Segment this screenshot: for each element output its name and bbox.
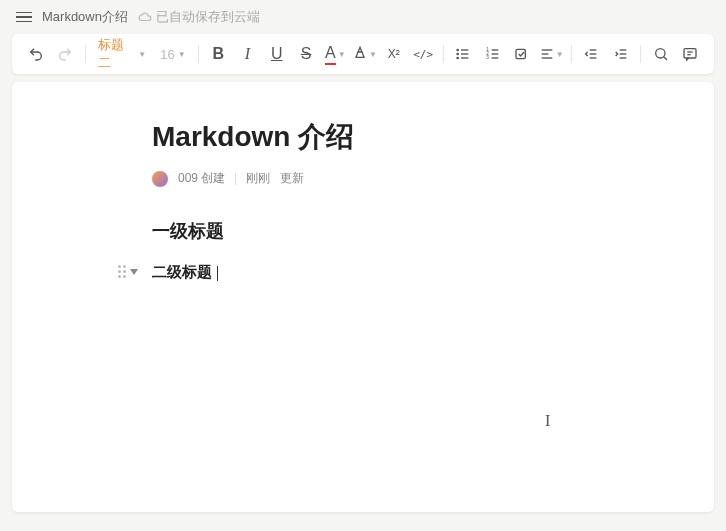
bulletlist-button[interactable] <box>450 40 477 68</box>
updated-label: 更新 <box>280 170 304 187</box>
avatar <box>152 171 168 187</box>
svg-point-5 <box>457 57 458 58</box>
updated-time: 刚刚 <box>246 170 270 187</box>
svg-point-4 <box>457 53 458 54</box>
separator <box>571 45 572 63</box>
search-button[interactable] <box>647 40 674 68</box>
undo-button[interactable] <box>22 40 49 68</box>
document-meta: 009 创建 刚刚 更新 <box>152 170 672 187</box>
page-title[interactable]: Markdown 介绍 <box>152 118 672 156</box>
svg-rect-12 <box>516 49 525 58</box>
strike-button[interactable]: S <box>292 40 319 68</box>
underline-button[interactable]: U <box>263 40 290 68</box>
editor-content[interactable]: Markdown 介绍 009 创建 刚刚 更新 一级标题 二级标题 <box>152 118 672 282</box>
svg-text:3: 3 <box>486 55 489 60</box>
drag-handle-icon[interactable] <box>118 265 126 278</box>
code-button[interactable]: </> <box>410 40 437 68</box>
separator <box>640 45 641 63</box>
separator <box>443 45 444 63</box>
comment-button[interactable] <box>677 40 704 68</box>
textcolor-button[interactable]: A▼ <box>322 40 349 68</box>
save-status: 已自动保存到云端 <box>138 8 260 26</box>
document-title-breadcrumb: Markdown介绍 <box>42 8 128 26</box>
redo-button[interactable] <box>51 40 78 68</box>
toolbar: 标题二▼ 16▼ B I U S A▼ ▼ X² </> 123 ▼ <box>12 34 714 74</box>
block-gutter[interactable] <box>118 265 138 278</box>
heading-2-block[interactable]: 二级标题 <box>152 263 218 282</box>
author-text: 009 创建 <box>178 170 225 187</box>
checklist-button[interactable] <box>508 40 535 68</box>
meta-divider <box>235 173 236 185</box>
indent-button[interactable] <box>607 40 634 68</box>
separator <box>198 45 199 63</box>
bold-button[interactable]: B <box>205 40 232 68</box>
fontsize-dropdown[interactable]: 16▼ <box>154 40 191 68</box>
svg-point-22 <box>656 49 665 58</box>
svg-point-3 <box>457 49 458 50</box>
menu-icon[interactable] <box>16 12 32 23</box>
cloud-icon <box>138 10 152 24</box>
collapse-icon[interactable] <box>130 269 138 275</box>
superscript-button[interactable]: X² <box>380 40 407 68</box>
numberlist-button[interactable]: 123 <box>479 40 506 68</box>
heading-1-block[interactable]: 一级标题 <box>152 219 672 243</box>
topbar: Markdown介绍 已自动保存到云端 <box>0 0 726 34</box>
italic-button[interactable]: I <box>234 40 261 68</box>
text-cursor-icon: I <box>545 412 550 430</box>
heading-dropdown[interactable]: 标题二▼ <box>92 40 153 68</box>
save-status-text: 已自动保存到云端 <box>156 8 260 26</box>
align-button[interactable]: ▼ <box>538 40 565 68</box>
svg-rect-24 <box>684 49 696 58</box>
svg-line-23 <box>664 57 667 60</box>
highlight-button[interactable]: ▼ <box>351 40 378 68</box>
editor-page[interactable]: Markdown 介绍 009 创建 刚刚 更新 一级标题 二级标题 I <box>12 82 714 512</box>
outdent-button[interactable] <box>578 40 605 68</box>
separator <box>85 45 86 63</box>
